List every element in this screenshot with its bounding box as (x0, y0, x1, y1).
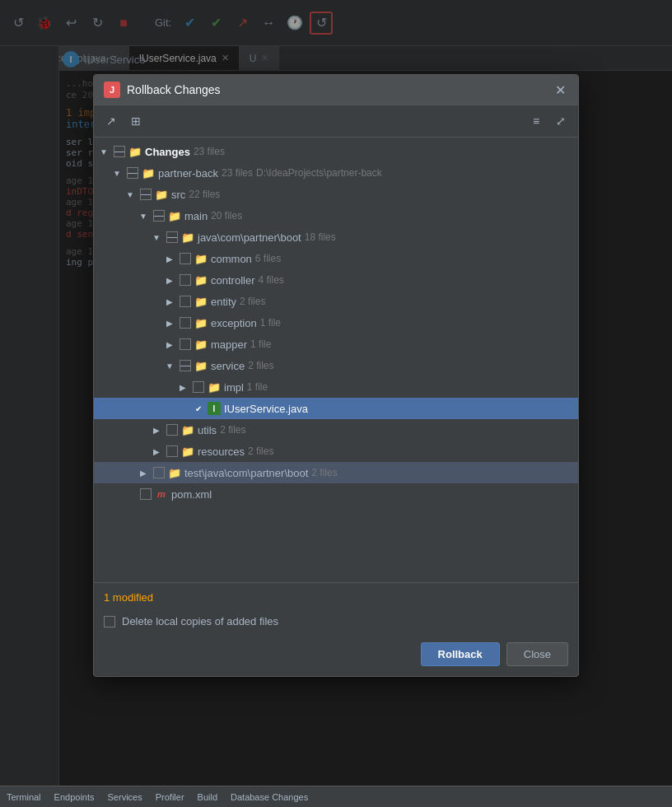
main-checkbox[interactable]: — (153, 210, 165, 222)
delete-checkbox-label: Delete local copies of added files (122, 615, 278, 627)
partner-back-checkbox[interactable]: — (127, 167, 138, 179)
src-folder-icon: 📁 (155, 188, 168, 201)
tree-row-service[interactable]: ▼ — 📁 service 2 files (94, 355, 578, 376)
java-com-count: 18 files (305, 231, 336, 243)
impl-checkbox[interactable] (193, 381, 204, 393)
tree-row-src[interactable]: ▼ — 📁 src 22 files (94, 184, 578, 205)
status-area: 1 modified (94, 582, 578, 609)
resources-arrow: ▶ (150, 445, 163, 458)
dialog-titlebar: J Rollback Changes ✕ (94, 75, 578, 105)
pom-maven-icon: m (155, 487, 168, 501)
dialog-expand-btn[interactable]: ⤢ (550, 110, 572, 132)
utils-checkbox[interactable] (166, 424, 178, 436)
delete-checkbox-row[interactable]: Delete local copies of added files (94, 609, 578, 634)
controller-folder-icon: 📁 (194, 273, 208, 287)
rollback-dialog: J Rollback Changes ✕ ↗ ⊞ ≡ ⤢ ▼ — 📁 Chang… (93, 74, 579, 677)
dialog-close-button[interactable]: ✕ (552, 82, 568, 98)
service-arrow: ▼ (163, 359, 176, 372)
dialog-title-icon: J (104, 82, 120, 98)
delete-checkbox[interactable] (104, 616, 115, 627)
java-com-label: java\com\partner\boot (198, 231, 301, 244)
controller-arrow: ▶ (163, 273, 176, 287)
common-count: 6 files (255, 253, 281, 264)
bottom-database-changes[interactable]: Database Changes (231, 792, 308, 802)
tree-row-iuserservice[interactable]: ▶ ✔ I IUserService.java (94, 398, 578, 419)
changes-checkbox[interactable]: — (114, 146, 125, 157)
entity-folder-icon: 📁 (194, 295, 208, 308)
bottom-profiler[interactable]: Profiler (156, 792, 184, 802)
test-checkbox[interactable] (153, 467, 165, 478)
tree-row-changes[interactable]: ▼ — 📁 Changes 23 files (94, 141, 578, 162)
utils-folder-icon: 📁 (181, 423, 194, 436)
main-arrow: ▼ (137, 209, 150, 222)
dialog-arrow-btn[interactable]: ↗ (100, 110, 122, 132)
partner-back-label: partner-back (158, 167, 218, 180)
java-com-checkbox[interactable]: — (166, 231, 178, 243)
tree-row-common[interactable]: ▶ 📁 common 6 files (94, 248, 578, 269)
resources-label: resources (198, 445, 245, 458)
bottom-terminal[interactable]: Terminal (7, 792, 41, 802)
tree-row-partner-back[interactable]: ▼ — 📁 partner-back 23 files D:\IdeaProje… (94, 162, 578, 184)
close-button[interactable]: Close (506, 642, 568, 666)
mapper-folder-icon: 📁 (194, 338, 208, 351)
utils-arrow: ▶ (150, 423, 163, 436)
bottom-services[interactable]: Services (108, 792, 142, 802)
rollback-button[interactable]: Rollback (421, 642, 500, 666)
mapper-arrow: ▶ (163, 338, 176, 351)
src-arrow: ▼ (124, 188, 137, 201)
dialog-collapse-btn[interactable]: ≡ (525, 110, 547, 132)
controller-checkbox[interactable] (180, 274, 191, 286)
tree-row-entity[interactable]: ▶ 📁 entity 2 files (94, 291, 578, 312)
iuserservice-file-label: IUserService.java (224, 403, 308, 415)
pom-label: pom.xml (171, 488, 212, 501)
mapper-checkbox[interactable] (180, 338, 191, 350)
exception-arrow: ▶ (163, 316, 176, 329)
common-checkbox[interactable] (180, 253, 191, 264)
test-label: test\java\com\partner\boot (184, 467, 308, 479)
exception-label: exception (211, 317, 257, 329)
test-arrow: ▶ (137, 466, 150, 479)
tree-row-utils[interactable]: ▶ 📁 utils 2 files (94, 419, 578, 441)
src-label: src (171, 189, 185, 201)
tree-row-main[interactable]: ▼ — 📁 main 20 files (94, 205, 578, 226)
service-checkbox[interactable]: — (180, 360, 191, 371)
resources-count: 2 files (248, 445, 273, 457)
entity-label: entity (211, 296, 236, 308)
test-count: 2 files (311, 467, 337, 478)
common-label: common (211, 253, 252, 265)
src-checkbox[interactable]: — (140, 189, 152, 200)
exception-checkbox[interactable] (180, 317, 191, 329)
entity-checkbox[interactable] (180, 296, 191, 307)
tree-row-mapper[interactable]: ▶ 📁 mapper 1 file (94, 334, 578, 355)
tree-row-java-com[interactable]: ▼ — 📁 java\com\partner\boot 18 files (94, 226, 578, 248)
controller-count: 4 files (258, 274, 283, 286)
impl-folder-icon: 📁 (208, 380, 221, 394)
common-arrow: ▶ (163, 252, 176, 265)
common-folder-icon: 📁 (194, 252, 208, 265)
tree-row-resources[interactable]: ▶ 📁 resources 2 files (94, 441, 578, 462)
resources-checkbox[interactable] (166, 445, 178, 457)
java-com-arrow: ▼ (150, 231, 163, 244)
tree-area[interactable]: ▼ — 📁 Changes 23 files ▼ — 📁 partner-bac… (94, 138, 578, 582)
partner-back-folder-icon: 📁 (142, 166, 155, 180)
changes-label: Changes (145, 146, 190, 158)
iuserservice-checkbox[interactable]: ✔ (193, 403, 204, 414)
tree-row-pom[interactable]: ▶ m pom.xml (94, 483, 578, 505)
tree-row-test[interactable]: ▶ 📁 test\java\com\partner\boot 2 files (94, 462, 578, 483)
tree-row-impl[interactable]: ▶ 📁 impl 1 file (94, 376, 578, 398)
impl-label: impl (224, 381, 244, 394)
main-label: main (184, 210, 208, 222)
resources-folder-icon: 📁 (181, 445, 194, 458)
entity-arrow: ▶ (163, 295, 176, 308)
bottom-build[interactable]: Build (198, 792, 217, 802)
bottom-endpoints[interactable]: Endpoints (54, 792, 95, 802)
dialog-grid-btn[interactable]: ⊞ (125, 110, 147, 132)
java-com-folder-icon: 📁 (181, 231, 194, 244)
impl-arrow: ▶ (176, 380, 189, 394)
utils-label: utils (198, 424, 217, 436)
tree-row-controller[interactable]: ▶ 📁 controller 4 files (94, 269, 578, 291)
tree-row-exception[interactable]: ▶ 📁 exception 1 file (94, 312, 578, 334)
pom-checkbox[interactable] (140, 488, 152, 500)
iuserservice-java-icon: I (208, 402, 221, 415)
changes-arrow: ▼ (97, 145, 110, 158)
